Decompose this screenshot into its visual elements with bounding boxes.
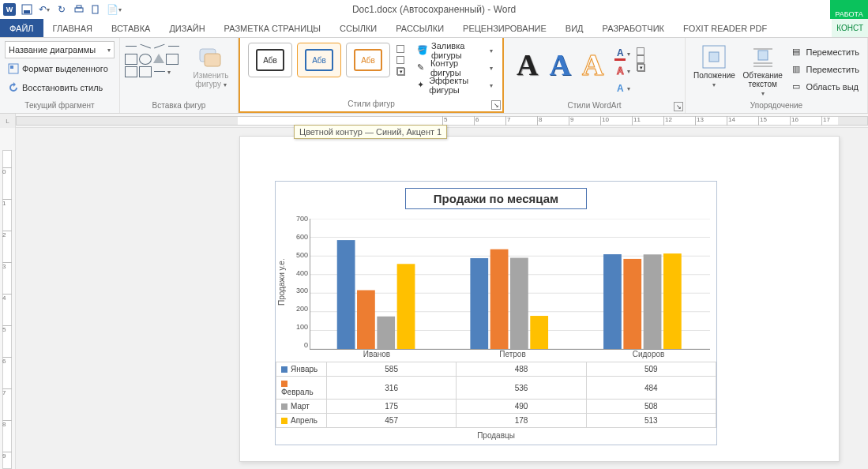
v-ruler-tick: 0 [2,167,12,175]
group-label-shapestyles: Стили фигур [245,97,498,111]
tab-file[interactable]: ФАЙЛ [0,19,43,37]
y-tick-label: 0 [304,341,308,349]
bar[interactable] [470,258,488,349]
y-tick-label: 500 [296,251,308,259]
undo-icon[interactable]: ↶▾ [38,3,51,16]
bar[interactable] [490,250,509,349]
group-label-insert: Вставка фигур [125,99,233,113]
bar[interactable] [623,259,641,349]
svg-rect-1 [24,10,30,13]
v-ruler-tick: 1 [2,199,12,207]
tab-mailings[interactable]: РАССЫЛКИ [386,19,453,37]
shape-style-3[interactable]: Абв [346,43,390,77]
chart-data-table: Январь585488509Февраль316536484Март17549… [276,362,716,428]
reset-style-button[interactable]: Восстановить стиль [5,79,115,96]
bar[interactable] [377,317,395,349]
shape-palette[interactable]: ▾ [125,41,190,77]
tab-design[interactable]: ДИЗАЙН [160,19,214,37]
bar[interactable] [397,264,415,349]
svg-rect-4 [92,6,98,13]
tab-dev[interactable]: РАЗРАБОТЧИК [593,19,674,37]
svg-rect-2 [75,8,83,12]
format-selection-button[interactable]: Формат выделенного [5,60,115,77]
table-cell: 316 [327,377,457,400]
shape-style-more[interactable]: ▾ [395,43,408,77]
tab-foxit[interactable]: FOXIT READER PDF [674,19,776,37]
tab-context[interactable]: КОНСТ [832,19,868,37]
shapestyles-dialog-launcher[interactable]: ↘ [491,100,501,110]
quick-print-icon[interactable] [73,3,85,16]
table-cell: 490 [457,400,586,414]
vertical-ruler[interactable]: 0123456789 [0,128,16,469]
bar[interactable] [663,253,682,349]
position-button[interactable]: Положение▾ [690,41,738,89]
v-ruler-tick: 6 [2,357,12,365]
chart-element-name: Название диаграммы [9,45,104,54]
window-title: Doc1.docx (Автосохраненный) - Word [0,4,868,15]
save-icon[interactable] [21,3,33,16]
table-cell: 585 [327,362,457,377]
wordart-style-2[interactable]: A [549,47,570,82]
bar[interactable] [644,254,662,349]
chart-object[interactable]: Продажи по месяцам Продажи у.е. 01002003… [275,181,717,445]
tab-layout[interactable]: РАЗМЕТКА СТРАНИЦЫ [215,19,330,37]
wordart-more[interactable]: ▾ [637,41,646,71]
open-icon[interactable]: 📄▾ [107,3,120,16]
ruler-tick: 14 [727,116,735,126]
table-cell: 536 [457,377,586,400]
tab-review[interactable]: РЕЦЕНЗИРОВАНИЕ [453,19,556,37]
ruler-tick: 6 [474,116,479,126]
chart-xlabel: Продавцы [276,428,716,445]
group-label-current: Текущий фрагмент [5,99,115,113]
ruler-tick: 8 [537,116,542,126]
table-cell: 488 [457,362,586,377]
wordart-style-1[interactable]: A [517,47,538,82]
tab-view[interactable]: ВИД [556,19,593,37]
chart-title[interactable]: Продажи по месяцам [405,188,587,209]
redo-icon[interactable]: ↻ [55,3,68,16]
category-label: Сидоров [581,350,716,358]
bar[interactable] [337,240,355,349]
bar[interactable] [530,316,548,349]
legend-entry: Февраль [276,377,327,400]
selection-icon: ▭ [792,81,803,92]
category-label: Петров [445,350,581,358]
send-back-icon: ▥ [792,64,803,75]
shape-style-1[interactable]: Абв [248,43,292,77]
text-effects-menu[interactable]: A▾ [614,81,630,96]
chart-element-selector[interactable]: Название диаграммы▾ [5,41,115,58]
bar[interactable] [603,254,622,349]
tab-insert[interactable]: ВСТАВКА [102,19,160,37]
bring-forward-button[interactable]: ▤Переместить [792,44,859,60]
wordart-style-3[interactable]: A [582,47,603,82]
text-fill-menu[interactable]: A▾ [614,46,630,62]
svg-rect-3 [77,6,81,8]
send-backward-button[interactable]: ▥Переместить [792,62,859,77]
bar[interactable] [510,258,528,350]
table-cell: 484 [586,377,716,400]
legend-entry: Апрель [276,414,327,428]
ruler-tick: 7 [505,116,510,126]
svg-rect-11 [758,51,768,60]
tab-refs[interactable]: ССЫЛКИ [330,19,386,37]
shape-outline-menu[interactable]: ✎Контур фигуры▾ [415,60,494,76]
print-preview-icon[interactable] [90,3,103,16]
shape-style-2[interactable]: Абв [297,43,341,77]
group-label-wordart: Стили WordArt [509,99,680,113]
selection-pane-button[interactable]: ▭Область выд [792,79,859,95]
chart-plot-area[interactable] [310,219,710,350]
y-tick-label: 100 [296,323,308,331]
tab-home[interactable]: ГЛАВНАЯ [43,19,102,37]
wordart-dialog-launcher[interactable]: ↘ [674,102,683,111]
ruler-tick: 16 [790,116,798,126]
y-tick-label: 300 [296,287,308,295]
ruler-corner: L [0,114,16,128]
shape-effects-menu[interactable]: ✦Эффекты фигуры▾ [415,77,494,93]
shape-fill-menu[interactable]: 🪣Заливка фигуры▾ [415,43,494,58]
legend-entry: Март [276,400,327,414]
pen-icon: ✎ [417,62,427,73]
y-tick-label: 700 [296,215,308,223]
wrap-text-button[interactable]: Обтекание текстом▾ [738,41,787,98]
bar[interactable] [357,291,375,349]
text-outline-menu[interactable]: A▾ [614,63,630,79]
